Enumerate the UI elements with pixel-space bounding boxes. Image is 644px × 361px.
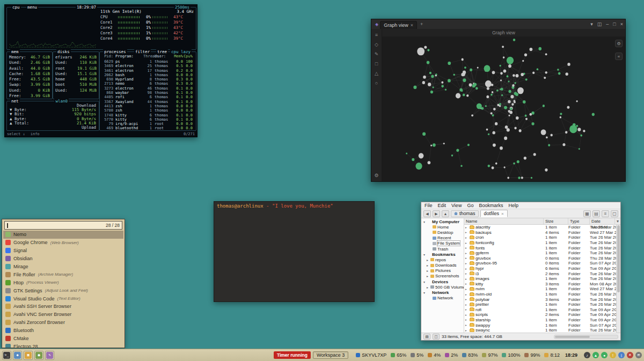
rofi-item[interactable]: Google Chrome (Web Browser) <box>3 239 123 247</box>
vertical-scrollbar[interactable] <box>616 225 620 333</box>
process-sort-label[interactable]: cpu lazy <box>170 49 192 54</box>
tab-graph-view[interactable]: Graph view × <box>380 21 417 29</box>
sidebar-item[interactable]: ▸ Screenshots <box>421 274 464 279</box>
tray-icon[interactable]: ▲ <box>592 352 599 358</box>
process-row[interactable]: 868 waybar 98 thomas 0.1 0.0 <box>101 91 194 95</box>
timer-badge[interactable]: Timer running <box>274 351 311 359</box>
process-row[interactable]: 5780 zsh 1 thomas 0.0 0.0 <box>101 108 194 113</box>
expander-icon[interactable]: ▸ <box>426 285 429 289</box>
path-segment-home[interactable]: thomas <box>451 210 479 217</box>
side-pane-toggle-button[interactable]: ▤ <box>423 334 430 340</box>
expander-icon[interactable]: ▸ <box>426 258 429 262</box>
metric-item[interactable]: 65% <box>391 352 406 358</box>
process-filter-button[interactable]: filter <box>134 49 151 54</box>
up-button[interactable]: ▲ <box>442 210 449 217</box>
row-expander-icon[interactable]: ▸ <box>465 313 469 316</box>
row-expander-icon[interactable]: ▸ <box>465 298 469 301</box>
process-row[interactable]: 2713 nemo 6 thomas 0.3 0.0 <box>101 82 194 86</box>
layout-icon[interactable]: ◫ <box>597 21 602 27</box>
column-date-modified[interactable]: Date Modified <box>590 218 615 224</box>
file-row[interactable]: ▸ kitty 3 items Folder Mon 08 Apr 2024 1… <box>464 282 620 287</box>
expander-icon[interactable]: ▾ <box>422 280 426 284</box>
row-expander-icon[interactable]: ▸ <box>465 277 469 281</box>
metric-item[interactable]: SKYVL7XP <box>356 352 386 358</box>
expander-icon[interactable]: ▾ <box>422 220 426 224</box>
expander-icon[interactable]: ▸ <box>426 263 429 267</box>
rofi-item[interactable]: Avahi VNC Server Browser <box>3 311 123 319</box>
graph-canvas[interactable] <box>382 36 625 181</box>
row-expander-icon[interactable]: ▸ <box>465 256 469 260</box>
sidebar-item[interactable]: Network <box>421 296 464 301</box>
launcher-button[interactable]: >_ <box>2 351 11 360</box>
file-row[interactable]: ▸ polybar 3 items Folder Tue 26 Mar 2024… <box>464 297 620 302</box>
process-row[interactable]: 3469 electron 25 thomas 0.5 0.0 <box>101 64 194 68</box>
file-row[interactable]: ▸ swaync 1 item Folder Tue 26 Mar 2024 1… <box>464 328 620 333</box>
process-row[interactable]: 3461 electron 17 thomas 0.2 0.0 <box>101 69 194 73</box>
row-expander-icon[interactable]: ▸ <box>465 303 469 306</box>
process-row[interactable]: 1748 kitty 6 thomas 0.1 0.0 <box>101 113 194 117</box>
minimize-button[interactable]: – <box>606 21 609 27</box>
row-expander-icon[interactable]: ▸ <box>465 272 469 275</box>
graph-collapse-button[interactable]: « <box>615 53 623 60</box>
tab-close-icon[interactable]: × <box>501 211 504 216</box>
new-tab-button[interactable]: + <box>420 21 423 27</box>
ribbon-icon[interactable]: ≡ <box>375 32 378 38</box>
process-row[interactable]: 4413 zsh 1 thomas 0.0 0.0 <box>101 104 194 108</box>
launcher-button[interactable]: ◆ <box>13 351 22 360</box>
row-expander-icon[interactable]: ▸ <box>465 246 469 249</box>
maximize-button[interactable]: □ <box>613 21 616 27</box>
menu-item[interactable]: View <box>451 203 462 208</box>
column-chooser-icon[interactable]: ▾ <box>615 218 620 224</box>
expander-icon[interactable]: ▸ <box>426 269 429 272</box>
settings-gear-icon[interactable]: ⚙ <box>374 173 378 178</box>
clock[interactable]: 18:29 <box>565 352 577 358</box>
icon-view-button[interactable]: ▦ <box>583 210 591 217</box>
menu-item[interactable]: File <box>425 203 433 208</box>
menu-item[interactable]: Edit <box>438 203 447 208</box>
rofi-item[interactable]: Htop (Process Viewer) <box>3 278 123 286</box>
process-row[interactable]: 4405 rofi 6 thomas 0.1 0.0 <box>101 95 194 99</box>
file-row[interactable]: ▸ gruvbox 0 items Folder Thu 28 Mar 2024… <box>464 256 620 261</box>
ribbon-icon[interactable]: ◇ <box>375 42 378 47</box>
file-row[interactable]: ▸ cron 1 item Folder Tue 26 Mar 2024 18:… <box>464 235 620 240</box>
rofi-item[interactable]: Obsidian <box>3 255 123 263</box>
row-expander-icon[interactable]: ▸ <box>465 288 469 291</box>
back-button[interactable]: ◀ <box>423 210 431 217</box>
row-expander-icon[interactable]: ▸ <box>465 323 469 327</box>
file-row[interactable]: ▸ starship 1 item Folder Tue 09 Apr 2024… <box>464 318 620 323</box>
launcher-button[interactable]: ▣ <box>24 351 33 360</box>
sidebar-item[interactable]: ▸ 500 GB Volume <box>421 284 464 290</box>
process-row[interactable]: 5770 kitty 6 thomas 0.1 0.0 <box>101 117 194 122</box>
row-expander-icon[interactable]: ▸ <box>465 308 469 311</box>
process-row[interactable]: 3367 Xwayland 44 thomas 0.1 0.0 <box>101 100 194 104</box>
tray-icon[interactable]: ≋ <box>635 352 642 358</box>
ribbon-icon[interactable]: □ <box>375 61 378 67</box>
metric-item[interactable]: 2% <box>445 352 458 358</box>
file-row[interactable]: ▸ i3 2 items Folder Tue 26 Mar 2024 18:0… <box>464 271 620 276</box>
ribbon-icon[interactable]: △ <box>375 71 378 76</box>
file-row[interactable]: ▸ swappy 1 item Folder Sun 07 Apr 2024 1… <box>464 322 620 328</box>
rofi-item[interactable]: Mirage <box>3 263 123 271</box>
file-row[interactable]: ▸ gruvbox-95 0 items Folder Sun 07 Apr 2… <box>464 261 620 266</box>
sidebar-item[interactable]: Trash <box>421 246 464 252</box>
sidebar-item[interactable]: File System <box>421 241 464 246</box>
file-row[interactable]: ▸ backups 4 items Folder Wed 27 Mar 2024… <box>464 230 620 235</box>
expander-icon[interactable]: ▾ <box>422 291 426 294</box>
graph-settings-button[interactable]: ⚙ <box>615 40 623 47</box>
pane-menu-icon[interactable]: ▾ <box>590 21 593 27</box>
process-row[interactable]: 698 Hyprland 8 thomas 0.3 0.0 <box>101 77 194 82</box>
process-row[interactable]: 79 irq/9-acpi 1 root 0.0 0.0 <box>101 122 194 126</box>
file-row[interactable]: ▸ fonts 1 item Folder Tue 26 Mar 2024 18… <box>464 245 620 251</box>
menu-item[interactable]: Help <box>508 203 518 208</box>
rofi-search-input[interactable]: 28 / 28 <box>4 221 122 230</box>
menu-item[interactable]: Bookmarks <box>479 203 503 208</box>
metric-item[interactable]: 4% <box>428 352 441 358</box>
terminal-window[interactable]: thomas@archlinux - "I love you, Munchie" <box>214 201 375 302</box>
metric-item[interactable]: 5% <box>411 352 423 358</box>
row-expander-icon[interactable]: ▸ <box>465 226 469 229</box>
sidebar-item[interactable]: Desktop <box>421 230 464 235</box>
row-expander-icon[interactable]: ▸ <box>465 318 469 321</box>
process-row[interactable]: 3273 electron 46 thomas 0.1 0.0 <box>101 86 194 91</box>
rofi-item[interactable]: Bluetooth <box>3 327 123 335</box>
row-expander-icon[interactable]: ▸ <box>465 231 469 234</box>
